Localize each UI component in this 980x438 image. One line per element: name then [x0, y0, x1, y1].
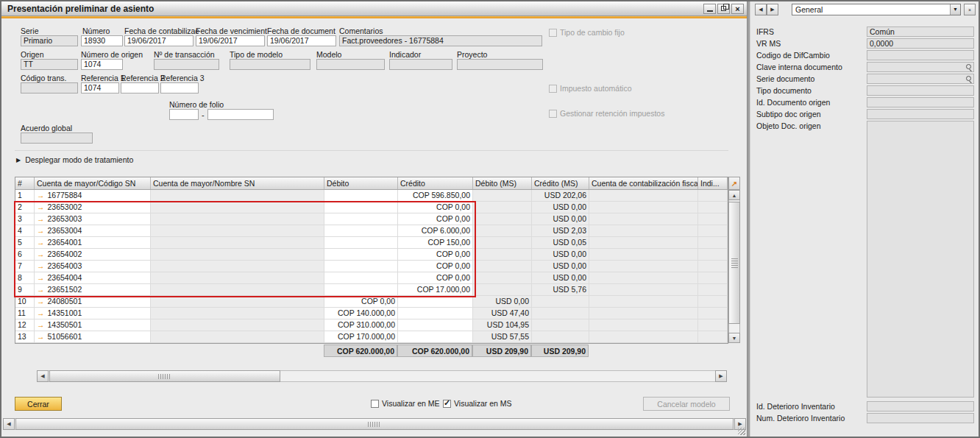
panel-field-input[interactable] — [867, 413, 974, 423]
panel-prev-button[interactable]: ◀ — [755, 4, 767, 15]
panel-field-input[interactable] — [867, 85, 974, 96]
debit-cell[interactable] — [324, 213, 398, 225]
link-arrow-icon[interactable]: → — [37, 226, 45, 235]
debit-cell[interactable]: COP 0,00 — [324, 296, 398, 307]
link-arrow-icon[interactable]: → — [37, 261, 45, 270]
account-code-cell[interactable]: →23654002 — [35, 249, 151, 260]
credit-cell[interactable]: COP 0,00 — [398, 261, 473, 272]
panel-field-input[interactable]: 0,0000 — [867, 38, 974, 49]
credit-cell[interactable]: COP 17.000,00 — [398, 284, 473, 295]
link-arrow-icon[interactable]: → — [37, 308, 45, 317]
account-code-cell[interactable]: →14350501 — [35, 319, 151, 331]
table-horizontal-scrollbar[interactable]: ◀ ▶ — [37, 370, 727, 382]
account-code-cell[interactable]: →23654001 — [35, 237, 151, 248]
panel-field-input[interactable]: Común — [867, 27, 974, 37]
panel-field-input[interactable] — [867, 50, 974, 60]
tipo-modelo-input[interactable] — [230, 59, 310, 70]
category-combo[interactable]: General ▼ — [792, 4, 961, 15]
restore-button[interactable] — [717, 4, 730, 14]
scroll-down-button[interactable]: ▼ — [728, 333, 740, 343]
window-titlebar[interactable]: Presentación preliminar de asiento × — [1, 1, 747, 16]
link-arrow-icon[interactable]: → — [37, 238, 45, 247]
link-arrow-icon[interactable]: → — [37, 191, 45, 199]
acuerdo-global-input[interactable] — [21, 133, 93, 144]
col-header-credito-ms[interactable]: Crédito (MS) — [532, 177, 589, 189]
search-icon[interactable] — [965, 76, 972, 82]
account-code-cell[interactable]: →23651502 — [35, 284, 151, 295]
proyecto-input[interactable] — [457, 59, 543, 70]
credit-cell[interactable] — [398, 331, 473, 342]
numero-origen-input[interactable]: 1074 — [81, 59, 123, 70]
scroll-up-button[interactable]: ▲ — [728, 190, 740, 200]
checkbox-icon[interactable] — [371, 400, 379, 408]
account-code-cell[interactable]: →23654003 — [35, 261, 151, 272]
panel-field-input[interactable] — [867, 109, 974, 119]
credit-cell[interactable]: COP 0,00 — [398, 272, 473, 283]
indicador-input[interactable] — [389, 59, 452, 70]
origen-input[interactable]: TT — [21, 59, 78, 70]
scroll-left-button[interactable]: ◀ — [37, 370, 49, 382]
credit-cell[interactable]: COP 0,00 — [398, 249, 473, 260]
debit-cell[interactable] — [324, 225, 398, 236]
credit-cell[interactable]: COP 596.850,00 — [398, 190, 473, 201]
numero-input[interactable]: 18930 — [81, 35, 123, 46]
credit-cell[interactable] — [398, 296, 473, 307]
window-horizontal-scrollbar[interactable]: ◀ ▶ — [3, 418, 746, 430]
search-icon[interactable] — [965, 64, 972, 71]
fecha-doc-input[interactable]: 19/06/2017 — [267, 35, 336, 46]
codigo-trans-input[interactable] — [21, 82, 78, 93]
num-transaccion-input[interactable] — [154, 59, 219, 70]
folio-first-input[interactable] — [169, 109, 199, 120]
account-code-cell[interactable]: →51056601 — [35, 331, 151, 342]
vertical-scroll-track[interactable]: ▲ ▼ — [728, 190, 740, 343]
cerrar-button[interactable]: Cerrar — [15, 397, 62, 411]
col-header-codigo-sn[interactable]: Cuenta de mayor/Código SN — [35, 177, 151, 189]
panel-field-input[interactable] — [867, 62, 974, 72]
fecha-contab-input[interactable]: 19/06/2017 — [124, 35, 193, 46]
credit-cell[interactable]: COP 0,00 — [398, 202, 473, 213]
debit-cell[interactable]: COP 170.000,00 — [324, 331, 398, 342]
scroll-left-button[interactable]: ◀ — [3, 418, 15, 430]
account-code-cell[interactable]: →14351001 — [35, 308, 151, 319]
folio-last-input[interactable] — [207, 109, 274, 120]
account-code-cell[interactable]: →24080501 — [35, 296, 151, 307]
comentarios-input[interactable]: Fact.proveedores - 16775884 — [339, 35, 542, 46]
vertical-scroll-thumb[interactable] — [728, 202, 740, 324]
link-arrow-icon[interactable]: → — [37, 273, 45, 282]
col-header-debito-ms[interactable]: Débito (MS) — [473, 177, 532, 189]
expander-tratamiento[interactable]: ▶ Desplegar modo de tratamiento — [16, 155, 133, 164]
horizontal-scroll-thumb[interactable] — [49, 370, 280, 382]
expand-grid-button[interactable]: ↗ — [728, 177, 740, 190]
link-arrow-icon[interactable]: → — [37, 202, 45, 211]
panel-field-input[interactable] — [867, 74, 974, 84]
resize-grip[interactable] — [738, 428, 745, 435]
account-code-cell[interactable]: →16775884 — [35, 190, 151, 201]
panel-field-input[interactable] — [867, 121, 974, 398]
close-button[interactable]: × — [731, 4, 744, 14]
serie-input[interactable]: Primario — [21, 35, 78, 46]
credit-cell[interactable]: COP 0,00 — [398, 213, 473, 225]
referencia1-input[interactable]: 1074 — [81, 82, 119, 93]
panel-field-input[interactable] — [867, 401, 974, 411]
account-code-cell[interactable]: →23654004 — [35, 272, 151, 283]
panel-field-input[interactable] — [867, 97, 974, 107]
dropdown-icon[interactable]: ▼ — [950, 4, 960, 15]
link-arrow-icon[interactable]: → — [37, 320, 45, 329]
credit-cell[interactable] — [398, 308, 473, 319]
link-arrow-icon[interactable]: → — [37, 214, 45, 223]
col-header-debito[interactable]: Débito — [324, 177, 398, 189]
credit-cell[interactable]: COP 6.000,00 — [398, 225, 473, 236]
debit-cell[interactable] — [324, 202, 398, 213]
visualizar-ms-checkbox[interactable]: Visualizar en MS — [443, 399, 512, 408]
debit-cell[interactable] — [324, 237, 398, 248]
debit-cell[interactable]: COP 310.000,00 — [324, 319, 398, 331]
debit-cell[interactable] — [324, 284, 398, 295]
col-header-indicador[interactable]: Indi... — [698, 177, 728, 189]
checkbox-icon[interactable] — [443, 400, 451, 408]
link-arrow-icon[interactable]: → — [37, 250, 45, 258]
account-code-cell[interactable]: →23653004 — [35, 225, 151, 236]
credit-cell[interactable] — [398, 319, 473, 331]
referencia3-input[interactable] — [160, 82, 199, 93]
debit-cell[interactable]: COP 140.000,00 — [324, 308, 398, 319]
debit-cell[interactable] — [324, 249, 398, 260]
